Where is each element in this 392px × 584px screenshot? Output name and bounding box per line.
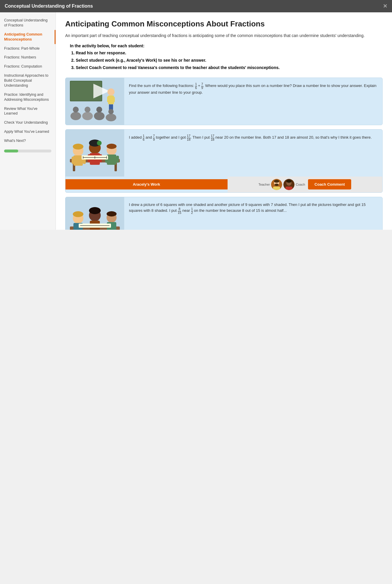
aracely-card-footer: Aracely's Work Teacher — [65, 177, 382, 192]
instructions-header: In the activity below, for each student: — [70, 43, 383, 48]
svg-rect-43 — [273, 187, 280, 190]
frac-7-9: 79 — [201, 83, 203, 90]
svg-point-11 — [82, 112, 93, 120]
teacher-avatar — [271, 179, 282, 190]
frac-1-6: 16 — [195, 83, 197, 90]
aracely-work-button[interactable]: Aracely's Work — [65, 179, 228, 189]
svg-rect-34 — [116, 156, 119, 163]
svg-rect-48 — [285, 187, 292, 190]
instruction-2: Select student work (e.g., Aracely's Wor… — [76, 57, 383, 64]
svg-point-49 — [286, 180, 292, 183]
instruction-1: Read his or her response. — [76, 49, 383, 57]
sidebar: Conceptual Understanding of Fractions An… — [0, 12, 56, 230]
progress-bar-bg — [4, 150, 51, 152]
svg-point-54 — [73, 211, 83, 217]
teacher-label: Teacher — [258, 183, 270, 186]
frac-7-9-a: 79 — [153, 134, 155, 141]
svg-point-3 — [107, 88, 115, 95]
aracely-speech: I added 16 and 79 together and I got 171… — [124, 130, 382, 177]
sidebar-item-conceptual[interactable]: Conceptual Understanding of Fractions — [0, 16, 55, 30]
header-title: Conceptual Understanding of Fractions — [5, 4, 93, 9]
coach-avatar — [283, 179, 295, 190]
sidebar-item-review[interactable]: Review What You've Learned — [0, 104, 55, 118]
teacher-avatar-svg — [271, 179, 282, 190]
frac-1-6-a: 16 — [143, 134, 144, 141]
instruction-3: Select Coach Comment to read Vanessa's c… — [76, 64, 383, 71]
sidebar-item-check[interactable]: Check Your Understanding — [0, 118, 55, 127]
sidebar-item-practice[interactable]: Practice: Identifying and Addressing Mis… — [0, 90, 55, 104]
sidebar-item-instructional[interactable]: Instructional Approaches to Build Concep… — [0, 71, 55, 90]
sidebar-item-part-whole[interactable]: Fractions: Part-Whole — [0, 44, 55, 53]
svg-point-45 — [275, 184, 279, 186]
question-speech: Find the sum of the following fractions:… — [124, 78, 382, 125]
close-icon[interactable]: ✕ — [383, 3, 387, 9]
frac-17-18: 1718 — [187, 134, 190, 141]
aracely-card-body: I added 16 and 79 together and I got 171… — [65, 130, 382, 177]
svg-rect-21 — [73, 155, 83, 166]
amanda-card-body: I drew a picture of 6 squares with one s… — [65, 197, 382, 230]
svg-point-15 — [106, 114, 116, 121]
aracely-coach-comment-button[interactable]: Coach Comment — [308, 179, 351, 189]
svg-point-12 — [85, 107, 90, 113]
svg-point-10 — [73, 107, 79, 113]
aracely-card: I added 16 and 79 together and I got 171… — [65, 129, 383, 193]
sidebar-item-numbers[interactable]: Fractions: Numbers — [0, 53, 55, 62]
aracely-svg — [67, 130, 123, 177]
amanda-image — [65, 197, 124, 230]
sidebar-item-computation[interactable]: Fractions: Computation — [0, 62, 55, 71]
amanda-speech: I drew a picture of 6 squares with one s… — [124, 197, 382, 230]
classroom-svg — [67, 78, 123, 125]
svg-point-24 — [73, 144, 83, 150]
coach-avatar-svg — [283, 179, 295, 190]
progress-container — [4, 150, 51, 152]
svg-point-9 — [70, 112, 81, 120]
svg-rect-22 — [72, 157, 75, 164]
frac-8-15: 815 — [178, 207, 181, 214]
frac-1-2: 12 — [191, 207, 193, 214]
svg-point-13 — [94, 112, 105, 120]
amanda-card: I drew a picture of 6 squares with one s… — [65, 197, 383, 230]
svg-rect-32 — [107, 155, 116, 165]
aracely-coach-section: Teacher — [228, 177, 383, 192]
sidebar-item-apply[interactable]: Apply What You've Learned — [0, 127, 55, 136]
amanda-svg — [67, 197, 123, 230]
svg-rect-5 — [107, 96, 110, 102]
question-card-body: Find the sum of the following fractions:… — [65, 78, 382, 125]
main-layout: Conceptual Understanding of Fractions An… — [0, 12, 392, 230]
svg-point-16 — [108, 109, 114, 114]
avatar-group: Teacher — [258, 179, 305, 190]
coach-label: Coach — [296, 183, 305, 186]
svg-point-57 — [89, 207, 101, 214]
aracely-image — [65, 130, 124, 177]
main-content: Anticipating Common Misconceptions About… — [56, 12, 392, 230]
instructions-list: Read his or her response. Select student… — [76, 49, 383, 72]
instructions: In the activity below, for each student:… — [70, 43, 383, 72]
svg-point-35 — [107, 144, 117, 149]
svg-rect-6 — [112, 97, 115, 102]
frac-17-18-b: 1718 — [211, 134, 214, 141]
classroom-image — [65, 78, 124, 125]
question-card: Find the sum of the following fractions:… — [65, 78, 383, 125]
svg-point-60 — [107, 211, 117, 217]
svg-point-30 — [97, 141, 102, 145]
progress-bar-fill — [4, 150, 18, 152]
intro-text: An important part of teaching conceptual… — [65, 33, 383, 39]
page-title: Anticipating Common Misconceptions About… — [65, 19, 383, 28]
app-header: Conceptual Understanding of Fractions ✕ — [0, 0, 392, 12]
svg-point-14 — [96, 107, 102, 113]
svg-point-44 — [274, 180, 279, 183]
sidebar-item-anticipating[interactable]: Anticipating Common Misconceptions — [0, 30, 55, 44]
sidebar-item-whats-next[interactable]: What's Next? — [0, 136, 55, 145]
